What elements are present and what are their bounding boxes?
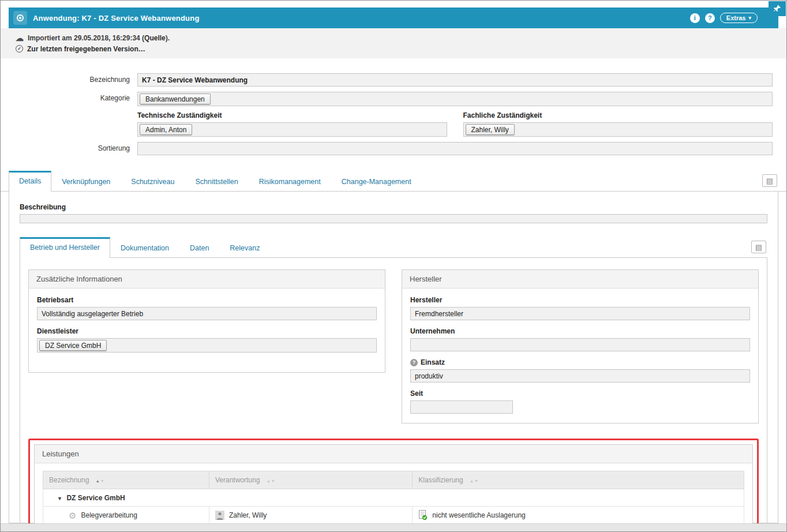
fachliche-zustaendigkeit-label: Fachliche Zuständigkeit	[463, 111, 773, 119]
caret-down-icon: ▾	[748, 15, 751, 21]
import-text-suffix: ).	[166, 34, 170, 42]
tab-panel-menu-button[interactable]: ▤	[762, 174, 777, 187]
sub-tabs: Betrieb und Hersteller Dokumentation Dat…	[20, 237, 767, 258]
beschreibung-input[interactable]	[20, 214, 767, 223]
pin-icon[interactable]	[769, 1, 786, 16]
unternehmen-label: Unternehmen	[410, 327, 750, 335]
import-bar: ☁ Importiert am 29.05.2018, 16:29:34 (Qu…	[1, 28, 786, 58]
zusaetzliche-informationen-panel: Zusätzliche Informationen Betriebsart Di…	[28, 269, 385, 373]
sort-desc-icon: ▼	[271, 479, 276, 483]
sort-asc-icon: ▲	[470, 479, 474, 483]
betriebsart-input[interactable]	[37, 307, 377, 320]
beschreibung-label: Beschreibung	[20, 203, 767, 211]
sort-asc-icon: ▲	[96, 479, 100, 483]
hersteller-input[interactable]	[410, 307, 750, 320]
unternehmen-input[interactable]	[410, 338, 750, 351]
column-label: Verantwortung	[215, 476, 260, 484]
column-label: Bezeichnung	[49, 476, 89, 484]
tab-schnittstellen[interactable]: Schnittstellen	[185, 171, 248, 192]
menu-icon: ▤	[766, 177, 773, 185]
application-icon	[13, 11, 27, 25]
fachliche-zustaendigkeit-field[interactable]: Zahler, Willy	[463, 122, 773, 137]
hersteller-panel: Hersteller Hersteller Unternehmen ? Eins…	[402, 269, 759, 424]
zustaendigkeit-row: Technische Zuständigkeit Admin, Anton Fa…	[1, 111, 779, 137]
window-title: Anwendung: K7 - DZ Service Webanwendung	[33, 14, 200, 23]
column-header-verantwortung[interactable]: Verantwortung ▲▼	[209, 471, 412, 489]
person-avatar-icon	[215, 511, 224, 520]
question-icon[interactable]: ?	[410, 359, 418, 366]
bezeichnung-row: Bezeichnung	[1, 73, 779, 87]
subtab-relevanz[interactable]: Relevanz	[219, 237, 270, 258]
status-bar	[1, 523, 786, 531]
einsatz-label: ? Einsatz	[410, 358, 750, 366]
leistung-bezeichnung: Belegverarbeitung	[81, 511, 137, 519]
dienstleister-chip[interactable]: DZ Service GmbH	[39, 340, 107, 351]
sortierung-input[interactable]	[137, 142, 773, 155]
titlebar-wrap: Anwendung: K7 - DZ Service Webanwendung …	[1, 1, 786, 28]
extras-button[interactable]: Extras ▾	[720, 13, 758, 23]
check-circle-icon: ✓	[16, 45, 23, 53]
technische-zustaendigkeit-chip[interactable]: Admin, Anton	[140, 124, 192, 135]
cloud-import-icon: ☁	[16, 34, 24, 42]
subtab-dokumentation[interactable]: Dokumentation	[110, 237, 179, 258]
technische-zustaendigkeit-group: Technische Zuständigkeit Admin, Anton	[137, 111, 447, 137]
dienstleister-label: Dienstleister	[37, 327, 377, 335]
technische-zustaendigkeit-field[interactable]: Admin, Anton	[137, 122, 447, 137]
column-label: Klassifizierung	[418, 476, 463, 484]
leistungen-panel: Leistungen Bezeichnung ▲▼	[34, 444, 753, 532]
extras-label: Extras	[726, 14, 746, 21]
column-header-bezeichnung[interactable]: Bezeichnung ▲▼	[43, 471, 209, 489]
seit-label: Seit	[410, 389, 750, 398]
leistung-klassifizierung: nicht wesentliche Auslagerung	[432, 511, 525, 519]
sort-desc-icon: ▼	[100, 479, 105, 483]
sortierung-row: Sortierung	[1, 142, 779, 155]
einsatz-label-text: Einsatz	[421, 358, 445, 366]
column-header-klassifizierung[interactable]: Klassifizierung ▲▼	[413, 471, 744, 489]
subtab-betrieb-und-hersteller[interactable]: Betrieb und Hersteller	[20, 237, 110, 258]
sort-icons: ▲▼	[470, 476, 479, 484]
document-check-icon	[418, 510, 428, 520]
leistungen-table: Bezeichnung ▲▼ Verantwortung ▲▼ Klassifi…	[43, 471, 744, 524]
info-icon[interactable]: i	[690, 13, 700, 23]
table-group-row[interactable]: ▾ DZ Service GmbH	[43, 489, 744, 507]
betrieb-hersteller-panel: Zusätzliche Informationen Betriebsart Di…	[20, 258, 767, 532]
bezeichnung-label: Bezeichnung	[1, 73, 137, 87]
group-label: DZ Service GmbH	[66, 494, 125, 502]
tab-risikomanagement[interactable]: Risikomanagement	[249, 171, 331, 192]
sort-icons: ▲▼	[96, 476, 105, 484]
import-info-line: ☁ Importiert am 29.05.2018, 16:29:34 (Qu…	[16, 32, 786, 43]
details-tab-panel: Beschreibung Betrieb und Hersteller Doku…	[9, 192, 778, 523]
header-form: Bezeichnung Kategorie Bankanwendungen Te…	[1, 58, 786, 166]
tab-details[interactable]: Details	[9, 171, 51, 192]
kategorie-chip[interactable]: Bankanwendungen	[140, 93, 211, 104]
bezeichnung-input[interactable]	[137, 73, 773, 87]
subtab-panel-menu-button[interactable]: ▤	[751, 241, 766, 253]
annotation-highlight: Leistungen Bezeichnung ▲▼	[28, 439, 759, 532]
gear-icon: ⚙	[69, 511, 76, 520]
kategorie-field[interactable]: Bankanwendungen	[137, 92, 773, 106]
einsatz-input[interactable]	[410, 369, 750, 383]
dienstleister-field[interactable]: DZ Service GmbH	[37, 338, 377, 353]
last-released-version-link[interactable]: Zur letzten freigegebenen Version…	[27, 45, 145, 53]
titlebar-actions: i ? Extras ▾	[690, 13, 773, 23]
quelle-link[interactable]: Quelle	[144, 34, 166, 42]
app-window: Anwendung: K7 - DZ Service Webanwendung …	[0, 0, 787, 532]
table-row[interactable]: ⚙ Belegverarbeitung	[43, 507, 744, 524]
tab-change-management[interactable]: Change-Management	[331, 171, 422, 192]
seit-input[interactable]	[410, 400, 513, 414]
help-icon[interactable]: ?	[705, 13, 715, 23]
tab-verknuepfungen[interactable]: Verknüpfungen	[51, 171, 121, 192]
main-tabs: Details Verknüpfungen Schutzniveau Schni…	[1, 171, 786, 192]
fachliche-zustaendigkeit-chip[interactable]: Zahler, Willy	[466, 124, 515, 135]
hersteller-label: Hersteller	[410, 296, 750, 304]
import-text: Importiert am 29.05.2018, 16:29:34 (Quel…	[28, 34, 170, 42]
collapse-caret-icon[interactable]: ▾	[58, 495, 61, 501]
sort-icons: ▲▼	[267, 476, 276, 484]
table-header-row: Bezeichnung ▲▼ Verantwortung ▲▼ Klassifi…	[43, 471, 744, 489]
sort-desc-icon: ▼	[474, 479, 479, 483]
hersteller-title: Hersteller	[402, 270, 758, 289]
tab-schutzniveau[interactable]: Schutzniveau	[121, 171, 185, 192]
leistungen-title: Leistungen	[35, 445, 752, 463]
kategorie-row: Kategorie Bankanwendungen	[1, 92, 779, 106]
subtab-daten[interactable]: Daten	[179, 237, 219, 258]
